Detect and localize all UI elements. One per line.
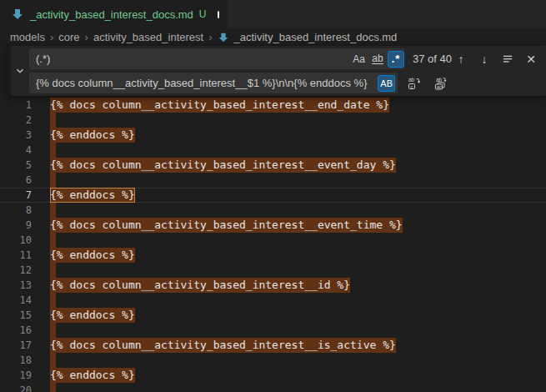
editor[interactable]: 1{% docs column__activity_based_interest…: [0, 98, 546, 392]
line-number: 15: [0, 308, 32, 323]
find-match: {% enddocs %}: [50, 368, 135, 383]
find-match: [50, 233, 56, 248]
tab-activity-docs[interactable]: _activity_based_interest_docs.md U: [0, 0, 228, 28]
close-icon: ✕: [526, 53, 536, 66]
code-line[interactable]: 16: [0, 323, 546, 338]
code-line[interactable]: 19{% enddocs %}: [0, 368, 546, 383]
svg-text:ab: ab: [408, 77, 415, 83]
close-find-button[interactable]: ✕: [522, 50, 540, 68]
code-line[interactable]: 13{% docs column__activity_based_interes…: [0, 278, 546, 293]
next-match-button[interactable]: ↓: [475, 50, 493, 68]
code-line[interactable]: 4: [0, 143, 546, 158]
preserve-case-button[interactable]: AB: [378, 75, 395, 92]
line-number: 10: [0, 233, 32, 248]
replace-input[interactable]: {% docs column__activity_based_interest_…: [29, 73, 398, 93]
code-line[interactable]: 12: [0, 263, 546, 278]
code-line[interactable]: 20: [0, 383, 546, 392]
selection-lines-icon: [502, 53, 514, 65]
line-number: 16: [0, 323, 32, 338]
line-number: 12: [0, 263, 32, 278]
vscode-window: _activity_based_interest_docs.md U model…: [0, 0, 546, 392]
breadcrumb-item-core[interactable]: core: [58, 31, 79, 43]
breadcrumb: models › core › activity_based_interest …: [0, 28, 546, 46]
match-count: 37 of 40: [413, 53, 452, 65]
find-match: [50, 143, 56, 158]
line-number: 17: [0, 338, 32, 353]
replace-all-icon: ab ac: [433, 77, 447, 90]
line-number: 8: [0, 203, 32, 218]
search-value: (.*): [36, 53, 348, 65]
find-match: [50, 383, 56, 392]
code-line[interactable]: 15{% enddocs %}: [0, 308, 546, 323]
code-line[interactable]: 10: [0, 233, 546, 248]
tab-bar: _activity_based_interest_docs.md U: [0, 0, 546, 28]
previous-match-button[interactable]: ↑: [452, 50, 470, 68]
find-match: {% docs column__activity_based_interest_…: [50, 278, 350, 293]
line-number: 3: [0, 128, 32, 143]
code-line[interactable]: 8: [0, 203, 546, 218]
line-number: 13: [0, 278, 32, 293]
find-in-selection-button[interactable]: [498, 50, 517, 68]
arrow-up-icon: ↑: [458, 53, 464, 66]
find-match: {% enddocs %}: [50, 248, 135, 263]
replace-one-button[interactable]: ab c: [405, 74, 423, 93]
replace-all-button[interactable]: ab ac: [431, 74, 449, 93]
line-number: 6: [0, 173, 32, 188]
line-number: 7: [0, 188, 32, 203]
line-number: 5: [0, 158, 32, 173]
code-line[interactable]: 11{% enddocs %}: [0, 248, 546, 263]
find-match: {% enddocs %}: [50, 308, 135, 323]
toggle-replace-button[interactable]: [11, 46, 29, 96]
find-match: [50, 323, 56, 338]
breadcrumb-separator: ›: [85, 31, 88, 43]
find-match: {% docs column__activity_based_interest_…: [50, 158, 396, 173]
code-line[interactable]: 9{% docs column__activity_based_interest…: [0, 218, 546, 233]
replace-icon: ab c: [408, 77, 421, 90]
unsaved-changes-dot-icon[interactable]: [218, 11, 219, 18]
breadcrumb-item-activity-based-interest[interactable]: activity_based_interest: [93, 31, 203, 43]
code-line[interactable]: 1{% docs column__activity_based_interest…: [0, 98, 546, 113]
find-match: [50, 353, 56, 368]
svg-text:ac: ac: [437, 83, 442, 88]
code-line[interactable]: 6: [0, 173, 546, 188]
find-match: {% enddocs %}: [50, 128, 135, 143]
breadcrumb-item-file[interactable]: _activity_based_interest_docs.md: [218, 31, 398, 43]
line-number: 2: [0, 113, 32, 128]
line-number: 20: [0, 383, 32, 392]
search-row: (.*) Aa ab .* 37 of 40 ↑ ↓: [29, 48, 546, 69]
breadcrumb-separator: ›: [208, 31, 212, 43]
line-number: 11: [0, 248, 32, 263]
breadcrumb-item-models[interactable]: models: [10, 31, 45, 43]
line-number: 9: [0, 218, 32, 233]
find-match: {% docs column__activity_based_interest_…: [50, 338, 396, 353]
code-line[interactable]: 7{% enddocs %}: [0, 188, 546, 203]
regex-button[interactable]: .*: [388, 51, 404, 68]
breadcrumb-filename: _activity_based_interest_docs.md: [234, 31, 398, 43]
svg-text:c: c: [411, 83, 413, 88]
code-line[interactable]: 5{% docs column__activity_based_interest…: [0, 158, 546, 173]
find-match-current: {% enddocs %}: [50, 188, 135, 203]
whole-word-button[interactable]: ab: [369, 51, 386, 68]
markdown-file-icon: [11, 8, 24, 21]
line-number: 19: [0, 368, 32, 383]
search-input[interactable]: (.*) Aa ab .*: [29, 48, 404, 69]
code-line[interactable]: 17{% docs column__activity_based_interes…: [0, 338, 546, 353]
line-number: 1: [0, 98, 32, 113]
code-line[interactable]: 3{% enddocs %}: [0, 128, 546, 143]
find-match: [50, 173, 56, 188]
find-replace-widget: (.*) Aa ab .* 37 of 40 ↑ ↓: [7, 46, 546, 96]
find-match: {% docs column__activity_based_interest_…: [50, 98, 389, 113]
chevron-down-icon: [14, 65, 26, 77]
match-case-button[interactable]: Aa: [350, 51, 368, 68]
find-match: [50, 113, 56, 128]
code-line[interactable]: 18: [0, 353, 546, 368]
replace-value: {% docs column__activity_based_interest_…: [36, 77, 376, 89]
code-line[interactable]: 2: [0, 113, 546, 128]
code-line[interactable]: 14: [0, 293, 546, 308]
line-number: 4: [0, 143, 32, 158]
markdown-file-icon: [218, 32, 229, 43]
find-match: {% docs column__activity_based_interest_…: [50, 218, 403, 233]
svg-text:ab: ab: [436, 77, 443, 83]
line-number: 18: [0, 353, 32, 368]
arrow-down-icon: ↓: [482, 53, 488, 66]
